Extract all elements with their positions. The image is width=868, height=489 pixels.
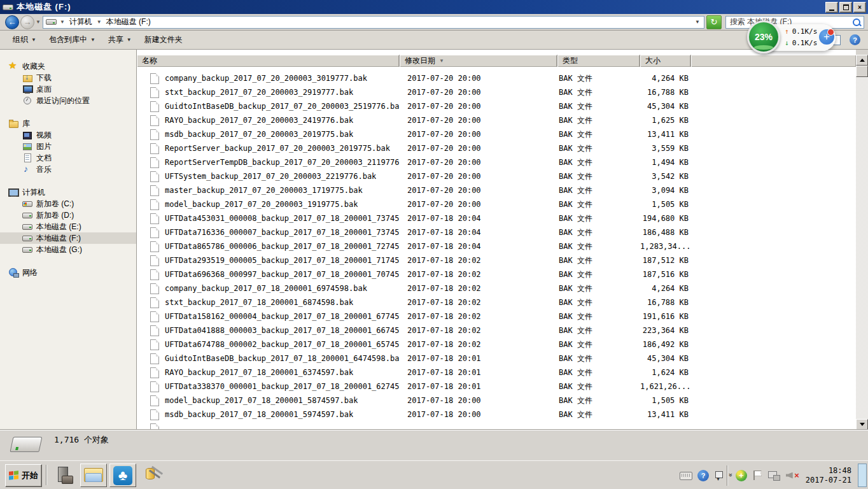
sidebar-item[interactable]: 文档 [0,152,136,164]
window-title: 本地磁盘 (F:) [17,1,71,13]
column-header-date[interactable]: 修改日期▼ [400,55,557,67]
volume-muted-icon[interactable] [785,469,799,482]
history-dropdown-icon[interactable]: ▼ [36,19,41,25]
sidebar-group-1[interactable]: 库 [0,118,136,129]
file-row[interactable]: ReportServerTempDB_backup_2017_07_20_200… [137,155,856,169]
sidebar-group-2[interactable]: 计算机 [0,187,136,198]
file-row[interactable]: GuidtoIntBaseDB_backup_2017_07_20_200003… [137,99,856,113]
quicklaunch-server-manager[interactable] [51,464,78,487]
sidebar-item[interactable]: 桌面 [0,83,136,95]
scroll-up-button[interactable] [856,55,868,66]
file-row[interactable]: model_backup_2017_07_20_200003_1919775.b… [137,197,856,211]
column-header-name[interactable]: 名称 [137,55,400,67]
file-icon [150,115,159,126]
file-row[interactable]: UFTData293519_000005_backup_2017_07_18_2… [137,253,856,267]
share-button[interactable]: 共享▼ [102,32,138,48]
close-button[interactable]: × [853,2,866,13]
file-row[interactable]: msdb_backup_2017_07_18_200001_5974597.ba… [137,408,856,422]
show-desktop-button[interactable] [858,464,867,487]
file-row[interactable]: msdb_backup_2017_07_20_200003_2019775.ba… [137,127,856,141]
desktop-toolbar-icon[interactable] [714,470,724,481]
sidebar-item[interactable]: 音乐 [0,164,136,175]
file-type: BAK 文件 [557,115,640,126]
breadcrumb-drive[interactable]: 本地磁盘 (F:) [105,17,152,27]
file-row[interactable]: RAYO_backup_2017_07_18_200001_6374597.ba… [137,365,856,379]
restore-button[interactable] [839,2,852,13]
file-name: stxt_backup_2017_07_20_200003_2919777.ba… [165,88,353,97]
antivirus-tray-icon[interactable]: + [736,470,747,481]
file-row[interactable]: UFTData865786_000006_backup_2017_07_18_2… [137,239,856,253]
new-folder-button[interactable]: 新建文件夹 [138,32,189,48]
file-row[interactable]: UFTData338370_000001_backup_2017_07_18_2… [137,379,856,393]
include-in-library-button[interactable]: 包含到库中▼ [43,32,102,48]
sidebar-item[interactable]: 图片 [0,141,136,152]
crumb-separator-icon[interactable]: ▼ [97,19,102,25]
file-row[interactable]: stxt_backup_2017_07_20_200003_2919777.ba… [137,85,856,99]
sidebar-item[interactable]: 新加卷 (C:) [0,198,136,209]
tray-clock[interactable]: 18:48 2017-07-21 [806,466,851,485]
file-row[interactable]: company_backup_2017_07_20_200003_3019777… [137,71,856,85]
file-row[interactable]: stxt_backup_2017_07_18_200001_6874598.ba… [137,295,856,309]
tray-help-icon[interactable]: ? [697,470,709,481]
sidebar-item[interactable]: 本地磁盘 (E:) [0,221,136,232]
organize-button[interactable]: 组织▼ [6,32,43,48]
file-row[interactable]: UFTSystem_backup_2017_07_20_200003_22197… [137,169,856,183]
sidebar-item[interactable]: 本地磁盘 (G:) [0,244,136,255]
sidebar-item[interactable]: 新加卷 (D:) [0,209,136,221]
file-row[interactable]: RAYO_backup_2017_07_20_200003_2419776.ba… [137,113,856,127]
quicklaunch-clover-app[interactable]: ♣ [109,464,136,487]
quicklaunch-db-tools[interactable] [140,464,167,487]
file-row[interactable]: UFTData716336_000007_backup_2017_07_18_2… [137,225,856,239]
sidebar-group-0[interactable]: 收藏夹 [0,60,136,72]
traffic-monitor-widget[interactable]: 23% ↑0.1K/s ↓0.1K/s + [753,24,836,51]
action-center-flag-icon[interactable] [752,469,762,482]
crumb-separator-icon[interactable]: ▼ [60,19,65,25]
forward-button[interactable]: → [20,15,34,29]
address-bar[interactable]: ▼ 计算机 ▼ 本地磁盘 (F:) ▼ [43,16,704,29]
help-icon[interactable]: ? [850,34,860,45]
upload-speed: ↑0.1K/s [785,26,817,38]
widget-plus-button[interactable]: + [819,29,834,45]
vertical-scrollbar[interactable] [856,55,868,430]
file-row[interactable]: company_backup_2017_07_18_200001_6974598… [137,281,856,295]
start-button[interactable]: 开始 [5,464,42,487]
sidebar-item[interactable]: 最近访问的位置 [0,95,136,106]
sidebar-item-label: 音乐 [36,164,52,175]
sidebar-item[interactable]: 视频 [0,129,136,141]
scrollbar-thumb[interactable] [856,66,868,77]
folder-icon [84,468,103,483]
network-tray-icon[interactable] [767,469,780,482]
show-hidden-icons-chevron[interactable]: « [727,474,734,477]
file-row[interactable]: UFTData041888_000003_backup_2017_07_18_2… [137,323,856,337]
column-header-type[interactable]: 类型 [557,55,640,67]
file-row[interactable]: UFTData674788_000002_backup_2017_07_18_2… [137,337,856,351]
file-row[interactable]: UFTData696368_000997_backup_2017_07_18_2… [137,267,856,281]
drive-os-icon [22,199,32,209]
quicklaunch-explorer[interactable] [80,464,107,487]
file-row[interactable]: GuidtoIntBaseDB_backup_2017_07_18_200001… [137,351,856,365]
refresh-button[interactable]: ↻ [706,15,722,29]
back-button[interactable]: ← [5,15,19,29]
scroll-down-button[interactable] [856,419,868,430]
file-date: 2017-07-20 20:00 [400,74,557,83]
memory-percent-ball[interactable]: 23% [747,20,780,53]
file-row[interactable] [137,422,856,430]
column-header-size[interactable]: 大小 [640,55,691,67]
file-icon [150,143,159,154]
minimize-button[interactable] [825,2,838,13]
file-row[interactable]: model_backup_2017_07_18_200001_5874597.b… [137,393,856,408]
sidebar-group-3[interactable]: 网络 [0,267,136,278]
window-titlebar[interactable]: 本地磁盘 (F:) × [0,0,868,14]
sidebar-item[interactable]: 下载 [0,72,136,83]
keyboard-icon[interactable] [680,469,692,482]
column-header-blank [691,55,856,67]
file-row[interactable]: ReportServer_backup_2017_07_20_200003_20… [137,141,856,155]
file-row[interactable]: UFTData158162_000004_backup_2017_07_18_2… [137,309,856,323]
address-dropdown-icon[interactable]: ▼ [692,19,703,25]
sidebar-item[interactable]: 本地磁盘 (F:) [0,232,136,244]
file-row[interactable]: UFTData453031_000008_backup_2017_07_18_2… [137,211,856,225]
file-type: BAK 文件 [557,395,640,406]
search-icon[interactable] [852,18,861,27]
file-row[interactable]: master_backup_2017_07_20_200003_1719775.… [137,183,856,197]
breadcrumb-computer[interactable]: 计算机 [68,17,94,27]
